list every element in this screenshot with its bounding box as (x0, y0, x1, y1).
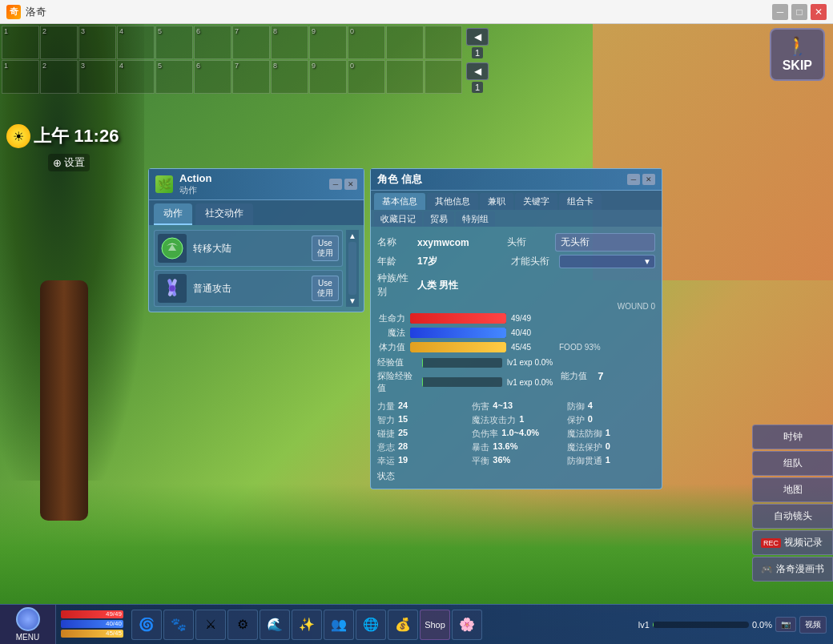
team-sidebar-button[interactable]: 组队 (752, 451, 833, 476)
mp-value: 40/40 (511, 328, 551, 337)
camera-sidebar-button[interactable]: 自动镜头 (752, 504, 833, 529)
hotbar-slot-1-5[interactable]: 5 (155, 26, 193, 59)
scroll-down-arrow[interactable]: ▼ (348, 296, 356, 305)
hotbar-slot-2-1[interactable]: 1 (2, 60, 39, 94)
hotbar-slot-1-3[interactable]: 3 (78, 26, 116, 59)
hotbar-slot-2-3[interactable]: 3 (78, 60, 116, 94)
action-use-btn-attack[interactable]: Use 使用 (312, 276, 339, 301)
bottom-slot-7[interactable]: 👥 (324, 610, 354, 640)
hotbar-slot-1-6[interactable]: 6 (194, 26, 231, 59)
tab-hotkey[interactable]: 关键字 (515, 193, 557, 210)
hotbar-slot-2-11[interactable] (386, 60, 424, 94)
level-fill (653, 622, 654, 628)
action-minimize-button[interactable]: ─ (329, 179, 342, 190)
level-label: lv1 (638, 620, 650, 630)
hotbar-slot-1-1[interactable]: 1 (2, 26, 39, 59)
hotbar-slot-2-9[interactable]: 9 (309, 60, 347, 94)
stat-magic-protect: 魔法保护 0 (567, 441, 655, 453)
hotbar-slot-1-4[interactable]: 4 (117, 26, 155, 59)
settings-button[interactable]: ⊕ 设置 (48, 154, 90, 171)
char-minimize-button[interactable]: ─ (627, 174, 640, 185)
menu-button[interactable]: MENU (0, 605, 56, 645)
tab-basic-info[interactable]: 基本信息 (374, 193, 425, 210)
tab-job[interactable]: 兼职 (480, 193, 513, 210)
sp-label: 体力值 (377, 341, 405, 353)
hotbar-slot-1-7[interactable]: 7 (232, 26, 270, 59)
bottom-slot-11[interactable]: 🌸 (452, 610, 482, 640)
hotbar-slot-2-12[interactable] (425, 60, 462, 94)
rec-sidebar-button[interactable]: REC 视频记录 (752, 530, 833, 555)
hotbar-slot-1-2[interactable]: 2 (40, 26, 78, 59)
mp-bar-row: 魔法 40/40 (377, 327, 655, 339)
comic-label: 洛奇漫画书 (776, 562, 824, 576)
view-button[interactable]: 视频 (799, 616, 827, 634)
hotbar-slot-1-11[interactable] (386, 26, 424, 59)
ability-value: 7 (598, 370, 603, 382)
clock-sidebar-button[interactable]: 时钟 (752, 425, 833, 449)
bottom-slot-5[interactable]: 🌊 (260, 610, 290, 640)
close-button[interactable]: ✕ (811, 4, 827, 20)
tab-special[interactable]: 特别组 (456, 211, 495, 227)
bottom-slot-6[interactable]: ✨ (292, 610, 322, 640)
skip-button[interactable]: 🚶 SKIP (770, 28, 825, 81)
char-talent-dropdown[interactable]: ▼ (559, 255, 655, 268)
tab-trade[interactable]: 贸易 (424, 211, 454, 227)
maximize-button[interactable]: □ (791, 4, 807, 20)
char-window-title: 角色 信息 (377, 172, 422, 187)
page-left-arrow-1[interactable]: ◀ (466, 28, 489, 46)
hotbar-slot-2-7[interactable]: 7 (232, 60, 270, 94)
action-use-btn-transfer[interactable]: Use 使用 (312, 235, 339, 261)
action-list: 转移大陆 Use 使用 普通攻击 Use 使用 (154, 230, 343, 307)
char-head-label: 头衔 (507, 235, 555, 249)
explore-bar-container (422, 377, 502, 387)
hotbar-slot-1-8[interactable]: 8 (271, 26, 308, 59)
hotbar-slot-2-4[interactable]: 4 (117, 60, 155, 94)
hotbar-slot-2-5[interactable]: 5 (155, 60, 193, 94)
tab-diary[interactable]: 收藏日记 (374, 211, 422, 227)
scroll-up-arrow[interactable]: ▲ (348, 231, 356, 240)
hotbar-slot-2-8[interactable]: 8 (271, 60, 308, 94)
tab-combo[interactable]: 组合卡 (559, 193, 602, 210)
ability-row: 能力值 7 (561, 356, 603, 396)
hotbar-slot-2-6[interactable]: 6 (194, 60, 231, 94)
skip-icon: 🚶 (787, 36, 808, 57)
hotbar-slot-2-2[interactable]: 2 (40, 60, 78, 94)
bottom-slot-3[interactable]: ⚔ (195, 610, 226, 640)
hotbar-slot-1-9[interactable]: 9 (309, 26, 347, 59)
hotbar-slot-2-10[interactable]: 0 (348, 60, 385, 94)
bottom-slot-9[interactable]: 💰 (388, 610, 418, 640)
action-scrollbar[interactable]: ▲ ▼ (346, 230, 359, 307)
page-left-arrow-2[interactable]: ◀ (466, 62, 489, 80)
action-item-attack[interactable]: 普通攻击 Use 使用 (154, 270, 343, 307)
char-talent-label: 才能头衔 (511, 255, 559, 268)
hotbar-slot-1-12[interactable] (425, 26, 462, 59)
action-close-button[interactable]: ✕ (344, 179, 357, 190)
action-content: 转移大陆 Use 使用 普通攻击 Use 使用 (149, 225, 364, 312)
char-close-button[interactable]: ✕ (642, 174, 655, 185)
tab-other-info[interactable]: 其他信息 (427, 193, 478, 210)
hotbar-slot-1-10[interactable]: 0 (348, 26, 385, 59)
stat-crit: 暴击 13.6% (472, 441, 560, 453)
char-talent-box[interactable]: ▼ (559, 255, 655, 268)
minimize-button[interactable]: ─ (772, 4, 788, 20)
tab-social-action[interactable]: 社交动作 (195, 203, 253, 225)
app-icon: 奇 (6, 5, 21, 19)
map-sidebar-button[interactable]: 地图 (752, 477, 833, 502)
char-head-value: 无头衔 (555, 233, 656, 252)
bottom-slot-2[interactable]: 🐾 (163, 610, 194, 640)
action-item-transfer[interactable]: 转移大陆 Use 使用 (154, 230, 343, 267)
bottom-hotbar: 🌀 🐾 ⚔ ⚙ 🌊 ✨ 👥 🌐 💰 Shop 🌸 (128, 610, 485, 640)
char-tabs-row1: 基本信息 其他信息 兼职 关键字 组合卡 (371, 191, 662, 210)
camera-button[interactable]: 📷 (775, 617, 796, 632)
bottom-slot-shop[interactable]: Shop (420, 610, 450, 640)
mp-bar-fill (410, 328, 506, 338)
bottom-slot-8[interactable]: 🌐 (356, 610, 386, 640)
tab-action[interactable]: 动作 (154, 203, 192, 225)
stat-magic-def: 魔法防御 1 (567, 428, 655, 440)
status-label: 状态 (377, 471, 395, 481)
bottom-slot-4[interactable]: ⚙ (227, 610, 258, 640)
bottom-slot-1[interactable]: 🌀 (131, 610, 162, 640)
page-num-2: 1 (472, 82, 483, 93)
settings-label: 设置 (64, 155, 85, 170)
comic-sidebar-button[interactable]: 🎮 洛奇漫画书 (752, 557, 833, 582)
